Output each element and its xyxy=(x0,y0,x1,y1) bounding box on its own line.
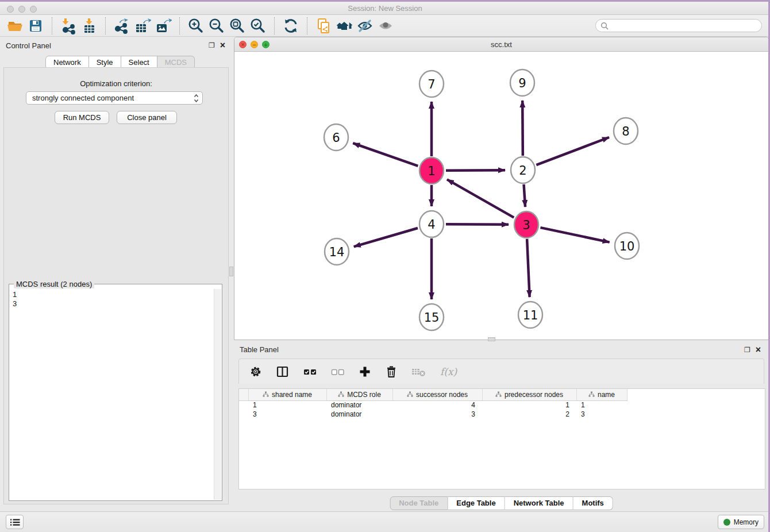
close-panel-button[interactable]: Close panel xyxy=(117,111,177,124)
tab-network-table[interactable]: Network Table xyxy=(505,496,573,510)
task-history-button[interactable] xyxy=(6,515,24,529)
hide-selected-button[interactable] xyxy=(355,17,375,35)
network-canvas[interactable]: 1234678910111415 xyxy=(234,52,768,340)
delete-table-icon[interactable] xyxy=(411,365,426,378)
edge-3-1[interactable] xyxy=(447,179,514,217)
column-header-shared-name[interactable]: shared name xyxy=(248,389,326,400)
hierarchy-icon xyxy=(263,391,269,398)
edge-1-2[interactable] xyxy=(446,170,505,171)
vertical-splitter-handle[interactable] xyxy=(229,267,233,276)
zoom-in-button[interactable] xyxy=(186,17,206,35)
select-all-columns-icon[interactable] xyxy=(303,365,317,378)
edge-2-8[interactable] xyxy=(536,137,609,165)
copy-network-button[interactable] xyxy=(313,17,334,35)
eye-icon xyxy=(377,17,394,34)
search-field[interactable] xyxy=(595,19,762,32)
cell-predecessor-nodes[interactable]: 2 xyxy=(482,410,576,419)
search-input[interactable] xyxy=(611,21,757,30)
export-table-button[interactable] xyxy=(132,17,153,35)
edge-4-3[interactable] xyxy=(446,224,509,225)
home-view-button[interactable] xyxy=(334,17,355,35)
apply-layout-button[interactable] xyxy=(280,17,301,35)
control-panel-title: Control Panel xyxy=(6,41,51,50)
import-table-icon xyxy=(80,17,98,34)
split-columns-icon[interactable] xyxy=(276,365,290,378)
deselect-all-columns-icon[interactable] xyxy=(331,365,345,378)
node-label-15: 15 xyxy=(424,311,440,325)
zoom-out-button[interactable] xyxy=(206,17,227,35)
cell-MCDS-role[interactable]: dominator xyxy=(326,410,392,419)
hierarchy-icon xyxy=(407,391,413,398)
window-frame-top xyxy=(0,0,770,2)
float-table-panel-icon[interactable]: ❐ xyxy=(744,346,750,353)
search-icon xyxy=(600,22,609,30)
memory-button[interactable]: Memory xyxy=(718,515,764,529)
edge-2-9[interactable] xyxy=(522,101,523,156)
cell-shared-name[interactable]: 3 xyxy=(248,410,326,419)
mcds-panel: Optimization criterion: strongly connect… xyxy=(3,67,229,504)
column-header-name[interactable]: name xyxy=(576,389,627,400)
zoom-fit-button[interactable] xyxy=(227,17,248,35)
cell-successor-nodes[interactable]: 3 xyxy=(392,410,482,419)
node-table[interactable]: shared nameMCDS rolesuccessor nodesprede… xyxy=(238,388,765,489)
node-label-9: 9 xyxy=(518,76,526,90)
mcds-result-list[interactable]: 1 3 xyxy=(9,289,213,500)
column-header-MCDS-role[interactable]: MCDS role xyxy=(326,389,392,400)
chevron-up-down-icon xyxy=(194,94,199,103)
export-image-button[interactable] xyxy=(153,17,174,35)
hierarchy-icon xyxy=(588,391,595,398)
cell-name[interactable]: 1 xyxy=(576,400,627,410)
tab-edge-table[interactable]: Edge Table xyxy=(448,496,505,510)
edge-2-3[interactable] xyxy=(524,184,525,207)
function-builder-icon[interactable]: f(x) xyxy=(440,366,457,377)
cell-successor-nodes[interactable]: 4 xyxy=(392,400,482,410)
table-row[interactable]: 3dominator323 xyxy=(239,410,627,419)
result-scrollbar[interactable] xyxy=(214,289,221,500)
settings-gear-icon[interactable] xyxy=(249,365,262,378)
cell-shared-name[interactable]: 1 xyxy=(248,400,326,410)
save-session-button[interactable] xyxy=(25,17,46,35)
import-table-button[interactable] xyxy=(79,17,99,35)
delete-column-icon[interactable] xyxy=(385,365,398,378)
node-label-6: 6 xyxy=(332,131,340,145)
node-label-1: 1 xyxy=(428,164,435,178)
zoom-fit-icon xyxy=(229,17,246,34)
control-panel: Control Panel ❐ × Network Style Select M… xyxy=(0,37,232,511)
close-table-panel-icon[interactable]: × xyxy=(756,345,761,354)
toolbar-separator xyxy=(52,17,52,34)
float-panel-icon[interactable]: ❐ xyxy=(209,42,215,49)
tab-motifs[interactable]: Motifs xyxy=(573,496,613,510)
show-hidden-button[interactable] xyxy=(375,17,396,35)
cell-name[interactable]: 3 xyxy=(576,410,627,419)
tab-node-table[interactable]: Node Table xyxy=(390,496,448,510)
run-mcds-button[interactable]: Run MCDS xyxy=(55,111,109,124)
node-label-14: 14 xyxy=(329,245,345,259)
horizontal-splitter-handle[interactable] xyxy=(488,337,495,341)
import-network-button[interactable] xyxy=(58,17,79,35)
edge-4-14[interactable] xyxy=(354,228,418,246)
column-header-successor-nodes[interactable]: successor nodes xyxy=(392,389,482,400)
close-panel-icon[interactable]: × xyxy=(220,41,225,50)
export-network-button[interactable] xyxy=(111,17,132,35)
add-column-icon[interactable] xyxy=(359,365,371,378)
result-line: 1 xyxy=(13,290,210,299)
app-titlebar: Session: New Session xyxy=(0,2,770,15)
table-row[interactable]: 1dominator411 xyxy=(239,400,627,410)
edge-3-11[interactable] xyxy=(527,239,530,297)
open-session-button[interactable] xyxy=(5,17,25,35)
cell-predecessor-nodes[interactable]: 1 xyxy=(482,400,576,410)
toolbar-separator xyxy=(274,17,275,34)
edge-1-6[interactable] xyxy=(353,143,418,166)
criterion-dropdown[interactable]: strongly connected component xyxy=(26,91,203,105)
cell-MCDS-role[interactable]: dominator xyxy=(326,400,392,410)
edge-3-10[interactable] xyxy=(540,228,609,242)
import-network-icon xyxy=(60,17,77,34)
node-label-7: 7 xyxy=(428,78,435,91)
toolbar-separator xyxy=(105,17,106,34)
zoom-selected-button[interactable] xyxy=(248,17,268,35)
result-line: 3 xyxy=(13,299,210,309)
column-header-predecessor-nodes[interactable]: predecessor nodes xyxy=(482,389,576,400)
node-label-2: 2 xyxy=(519,164,526,178)
table-panel-title: Table Panel xyxy=(240,345,279,354)
table-panel: Table Panel ❐ × xyxy=(234,342,769,511)
